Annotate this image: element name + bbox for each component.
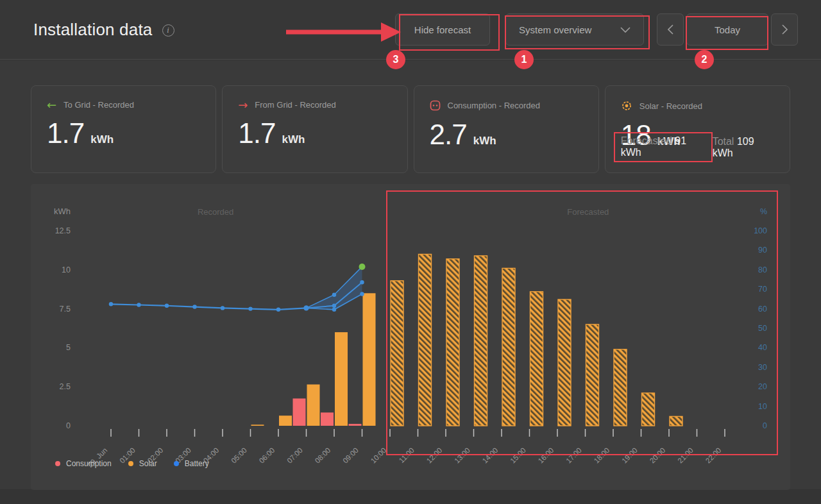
battery-dot-icon	[174, 461, 179, 466]
prev-day-button[interactable]	[657, 13, 684, 46]
next-day-button[interactable]	[771, 13, 798, 46]
legend-item-consumption[interactable]: Consumption	[55, 459, 112, 468]
svg-text:2.5: 2.5	[60, 382, 71, 391]
svg-text:30: 30	[758, 363, 767, 372]
chart-panel: kWh02.557.51012.5%0102030405060708090100…	[31, 184, 790, 490]
svg-text:19:00: 19:00	[620, 446, 639, 465]
page-title: Installation data	[33, 20, 153, 40]
card-unit: kWh	[90, 133, 114, 146]
svg-text:11:00: 11:00	[398, 446, 416, 464]
legend-item-battery[interactable]: Battery	[174, 459, 209, 468]
svg-text:12:00: 12:00	[425, 446, 444, 465]
svg-text:10: 10	[758, 402, 767, 411]
arrow-left-icon: ←	[47, 101, 56, 110]
sun-icon	[621, 100, 632, 112]
svg-text:15:00: 15:00	[509, 446, 527, 465]
card-label: To Grid - Recorded	[63, 100, 134, 110]
chart-legend: Consumption Solar Battery	[55, 459, 209, 468]
arrow-right-icon: →	[238, 101, 248, 110]
solar-dot-icon	[128, 461, 133, 466]
view-selector-dropdown[interactable]: System overview	[505, 13, 644, 46]
chevron-left-icon	[668, 24, 673, 35]
forecast-label: Forecasted	[621, 135, 672, 146]
svg-text:0: 0	[66, 421, 71, 430]
svg-text:09:00: 09:00	[341, 446, 360, 465]
svg-text:10: 10	[62, 265, 71, 274]
svg-text:5: 5	[66, 343, 71, 352]
svg-text:08:00: 08:00	[314, 446, 332, 465]
svg-text:%: %	[760, 207, 767, 216]
svg-text:7.5: 7.5	[60, 305, 71, 314]
card-unit: kWh	[473, 135, 496, 147]
svg-text:70: 70	[758, 285, 767, 294]
card-from-grid: → From Grid - Recorded 1.7 kWh	[222, 85, 407, 173]
svg-text:Recorded: Recorded	[198, 207, 233, 217]
card-solar: Solar - Recorded 18 kWh Forecasted 91 kW…	[605, 85, 790, 173]
svg-text:50: 50	[758, 324, 767, 333]
solar-card-footer: Forecasted 91 kWh Total 109 kWh	[621, 132, 774, 162]
info-icon[interactable]: i	[162, 24, 174, 37]
svg-text:80: 80	[758, 265, 767, 274]
card-label: From Grid - Recorded	[255, 100, 335, 110]
outlet-icon	[430, 100, 441, 111]
svg-text:16:00: 16:00	[537, 446, 555, 465]
svg-text:20:00: 20:00	[648, 446, 667, 465]
chevron-down-icon	[620, 27, 631, 33]
card-label: Solar - Recorded	[639, 101, 702, 111]
card-unit: kWh	[282, 133, 305, 146]
total-group: Total 109 kWh	[713, 136, 774, 159]
header: Installation data i Hide forecast System…	[0, 0, 821, 60]
svg-text:90: 90	[758, 246, 767, 255]
svg-text:100: 100	[754, 226, 767, 235]
card-to-grid: ← To Grid - Recorded 1.7 kWh	[31, 85, 216, 173]
card-value: 1.7	[47, 117, 84, 149]
svg-text:kWh: kWh	[54, 206, 71, 216]
legend-item-solar[interactable]: Solar	[128, 459, 157, 468]
svg-text:05:00: 05:00	[230, 446, 248, 465]
main-content: ← To Grid - Recorded 1.7 kWh → From Grid…	[0, 60, 821, 489]
svg-text:07:00: 07:00	[285, 446, 304, 465]
svg-text:Forecasted: Forecasted	[567, 207, 609, 217]
total-label: Total	[713, 136, 734, 147]
svg-text:18:00: 18:00	[593, 446, 611, 465]
svg-text:21:00: 21:00	[676, 446, 695, 465]
svg-text:12.5: 12.5	[55, 226, 71, 235]
card-consumption: Consumption - Recorded 2.7 kWh	[414, 85, 599, 173]
svg-text:06:00: 06:00	[258, 446, 276, 465]
view-selector-value: System overview	[519, 24, 591, 35]
svg-text:60: 60	[758, 305, 767, 314]
svg-text:17:00: 17:00	[564, 446, 583, 465]
energy-chart: kWh02.557.51012.5%0102030405060708090100…	[31, 184, 790, 490]
svg-text:13:00: 13:00	[453, 446, 471, 465]
consumption-dot-icon	[55, 461, 60, 466]
card-value: 1.7	[238, 117, 275, 149]
svg-text:20: 20	[758, 382, 767, 391]
card-value: 2.7	[430, 119, 467, 151]
date-nav-group: Today	[657, 13, 798, 46]
svg-text:40: 40	[758, 343, 767, 352]
today-button[interactable]: Today	[686, 13, 768, 46]
hide-forecast-button[interactable]: Hide forecast	[395, 13, 490, 46]
card-label: Consumption - Recorded	[448, 101, 541, 110]
chevron-right-icon	[782, 24, 788, 35]
svg-text:14:00: 14:00	[481, 446, 500, 465]
summary-cards: ← To Grid - Recorded 1.7 kWh → From Grid…	[31, 85, 790, 173]
svg-text:10:00: 10:00	[369, 446, 388, 465]
annotation-box-forecast-value: Forecasted 91 kWh	[614, 132, 713, 162]
svg-text:0: 0	[763, 421, 767, 430]
svg-text:22:00: 22:00	[704, 446, 723, 465]
